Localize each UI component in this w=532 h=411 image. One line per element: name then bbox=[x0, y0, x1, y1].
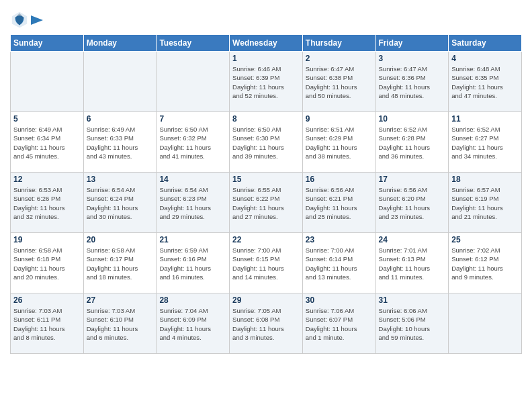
day-number: 24 bbox=[379, 235, 446, 244]
calendar-cell: 29Sunrise: 7:05 AM Sunset: 6:08 PM Dayli… bbox=[230, 293, 303, 354]
day-number: 27 bbox=[87, 295, 154, 305]
weekday-header-tuesday: Tuesday bbox=[157, 35, 230, 52]
day-number: 22 bbox=[232, 235, 300, 244]
day-number: 20 bbox=[87, 235, 154, 244]
day-info: Sunrise: 7:04 AM Sunset: 6:09 PM Dayligh… bbox=[159, 306, 226, 342]
day-info: Sunrise: 7:06 AM Sunset: 6:07 PM Dayligh… bbox=[306, 306, 373, 342]
calendar-cell bbox=[157, 52, 230, 112]
day-info: Sunrise: 6:52 AM Sunset: 6:27 PM Dayligh… bbox=[451, 125, 519, 161]
day-number: 3 bbox=[379, 54, 446, 63]
calendar-cell: 4Sunrise: 6:48 AM Sunset: 6:35 PM Daylig… bbox=[449, 52, 522, 112]
day-number: 18 bbox=[451, 175, 519, 184]
calendar-body: 1Sunrise: 6:46 AM Sunset: 6:39 PM Daylig… bbox=[11, 52, 522, 354]
calendar-cell: 18Sunrise: 6:57 AM Sunset: 6:19 PM Dayli… bbox=[449, 173, 522, 233]
weekday-header-friday: Friday bbox=[375, 35, 449, 52]
day-number: 26 bbox=[13, 295, 81, 305]
calendar-week-2: 5Sunrise: 6:49 AM Sunset: 6:34 PM Daylig… bbox=[11, 112, 522, 173]
calendar-table: SundayMondayTuesdayWednesdayThursdayFrid… bbox=[10, 34, 522, 354]
day-number: 2 bbox=[306, 54, 373, 63]
calendar-cell: 26Sunrise: 7:03 AM Sunset: 6:11 PM Dayli… bbox=[11, 293, 84, 354]
day-number: 4 bbox=[451, 54, 519, 63]
day-info: Sunrise: 6:53 AM Sunset: 6:26 PM Dayligh… bbox=[13, 185, 81, 221]
day-info: Sunrise: 6:57 AM Sunset: 6:19 PM Dayligh… bbox=[451, 185, 519, 221]
day-number: 16 bbox=[306, 175, 373, 184]
day-info: Sunrise: 6:56 AM Sunset: 6:21 PM Dayligh… bbox=[306, 185, 373, 221]
day-info: Sunrise: 6:58 AM Sunset: 6:18 PM Dayligh… bbox=[13, 246, 81, 281]
day-info: Sunrise: 6:47 AM Sunset: 6:38 PM Dayligh… bbox=[306, 64, 373, 100]
day-number: 7 bbox=[159, 114, 226, 124]
calendar-cell: 27Sunrise: 7:03 AM Sunset: 6:10 PM Dayli… bbox=[83, 293, 157, 354]
calendar-cell bbox=[449, 293, 522, 354]
calendar-cell: 25Sunrise: 7:02 AM Sunset: 6:12 PM Dayli… bbox=[449, 233, 522, 293]
calendar-cell: 13Sunrise: 6:54 AM Sunset: 6:24 PM Dayli… bbox=[83, 173, 157, 233]
calendar-cell: 22Sunrise: 7:00 AM Sunset: 6:15 PM Dayli… bbox=[230, 233, 303, 293]
day-info: Sunrise: 7:00 AM Sunset: 6:14 PM Dayligh… bbox=[306, 246, 373, 281]
day-info: Sunrise: 6:50 AM Sunset: 6:30 PM Dayligh… bbox=[232, 125, 300, 161]
calendar-cell: 11Sunrise: 6:52 AM Sunset: 6:27 PM Dayli… bbox=[449, 112, 522, 173]
day-number: 13 bbox=[87, 175, 154, 184]
calendar-cell: 24Sunrise: 7:01 AM Sunset: 6:13 PM Dayli… bbox=[375, 233, 449, 293]
calendar-week-4: 19Sunrise: 6:58 AM Sunset: 6:18 PM Dayli… bbox=[11, 233, 522, 293]
calendar-cell bbox=[11, 52, 84, 112]
logo bbox=[10, 10, 44, 29]
day-number: 14 bbox=[159, 175, 226, 184]
day-info: Sunrise: 6:56 AM Sunset: 6:20 PM Dayligh… bbox=[379, 185, 446, 221]
calendar-cell: 1Sunrise: 6:46 AM Sunset: 6:39 PM Daylig… bbox=[230, 52, 303, 112]
calendar-header: SundayMondayTuesdayWednesdayThursdayFrid… bbox=[11, 35, 522, 52]
calendar-cell: 10Sunrise: 6:52 AM Sunset: 6:28 PM Dayli… bbox=[375, 112, 449, 173]
calendar-week-3: 12Sunrise: 6:53 AM Sunset: 6:26 PM Dayli… bbox=[11, 173, 522, 233]
day-number: 21 bbox=[159, 235, 226, 244]
calendar-cell: 6Sunrise: 6:49 AM Sunset: 6:33 PM Daylig… bbox=[83, 112, 157, 173]
day-number: 17 bbox=[379, 175, 446, 184]
logo-icon bbox=[10, 10, 29, 29]
day-info: Sunrise: 6:54 AM Sunset: 6:24 PM Dayligh… bbox=[87, 185, 154, 221]
calendar-cell: 7Sunrise: 6:50 AM Sunset: 6:32 PM Daylig… bbox=[157, 112, 230, 173]
day-info: Sunrise: 6:48 AM Sunset: 6:35 PM Dayligh… bbox=[451, 64, 519, 100]
day-number: 29 bbox=[232, 295, 300, 305]
calendar-cell: 8Sunrise: 6:50 AM Sunset: 6:30 PM Daylig… bbox=[230, 112, 303, 173]
calendar-cell: 21Sunrise: 6:59 AM Sunset: 6:16 PM Dayli… bbox=[157, 233, 230, 293]
calendar-week-1: 1Sunrise: 6:46 AM Sunset: 6:39 PM Daylig… bbox=[11, 52, 522, 112]
day-info: Sunrise: 6:51 AM Sunset: 6:29 PM Dayligh… bbox=[306, 125, 373, 161]
svg-marker-1 bbox=[31, 15, 43, 25]
day-number: 5 bbox=[13, 114, 81, 124]
weekday-header-monday: Monday bbox=[83, 35, 157, 52]
day-info: Sunrise: 7:05 AM Sunset: 6:08 PM Dayligh… bbox=[232, 306, 300, 342]
day-info: Sunrise: 6:50 AM Sunset: 6:32 PM Dayligh… bbox=[159, 125, 226, 161]
weekday-header-sunday: Sunday bbox=[11, 35, 84, 52]
day-info: Sunrise: 6:54 AM Sunset: 6:23 PM Dayligh… bbox=[159, 185, 226, 221]
day-number: 19 bbox=[13, 235, 81, 244]
day-number: 8 bbox=[232, 114, 300, 124]
day-number: 12 bbox=[13, 175, 81, 184]
day-number: 15 bbox=[232, 175, 300, 184]
day-number: 1 bbox=[232, 54, 300, 63]
day-number: 6 bbox=[87, 114, 154, 124]
day-number: 30 bbox=[306, 295, 373, 305]
day-info: Sunrise: 6:46 AM Sunset: 6:39 PM Dayligh… bbox=[232, 64, 300, 100]
calendar-cell bbox=[83, 52, 157, 112]
day-info: Sunrise: 6:52 AM Sunset: 6:28 PM Dayligh… bbox=[379, 125, 446, 161]
day-info: Sunrise: 6:59 AM Sunset: 6:16 PM Dayligh… bbox=[159, 246, 226, 281]
calendar-cell: 12Sunrise: 6:53 AM Sunset: 6:26 PM Dayli… bbox=[11, 173, 84, 233]
day-info: Sunrise: 7:03 AM Sunset: 6:10 PM Dayligh… bbox=[87, 306, 154, 342]
calendar-cell: 16Sunrise: 6:56 AM Sunset: 6:21 PM Dayli… bbox=[302, 173, 375, 233]
weekday-header-wednesday: Wednesday bbox=[230, 35, 303, 52]
calendar-cell: 31Sunrise: 6:06 AM Sunset: 5:06 PM Dayli… bbox=[375, 293, 449, 354]
calendar-cell: 9Sunrise: 6:51 AM Sunset: 6:29 PM Daylig… bbox=[302, 112, 375, 173]
day-info: Sunrise: 6:06 AM Sunset: 5:06 PM Dayligh… bbox=[379, 306, 446, 342]
day-number: 10 bbox=[379, 114, 446, 124]
day-info: Sunrise: 7:02 AM Sunset: 6:12 PM Dayligh… bbox=[451, 246, 519, 281]
calendar-cell: 28Sunrise: 7:04 AM Sunset: 6:09 PM Dayli… bbox=[157, 293, 230, 354]
calendar-cell: 19Sunrise: 6:58 AM Sunset: 6:18 PM Dayli… bbox=[11, 233, 84, 293]
day-info: Sunrise: 7:03 AM Sunset: 6:11 PM Dayligh… bbox=[13, 306, 81, 342]
calendar-cell: 17Sunrise: 6:56 AM Sunset: 6:20 PM Dayli… bbox=[375, 173, 449, 233]
day-info: Sunrise: 6:55 AM Sunset: 6:22 PM Dayligh… bbox=[232, 185, 300, 221]
day-number: 9 bbox=[306, 114, 373, 124]
calendar-cell: 20Sunrise: 6:58 AM Sunset: 6:17 PM Dayli… bbox=[83, 233, 157, 293]
day-number: 25 bbox=[451, 235, 519, 244]
day-info: Sunrise: 6:49 AM Sunset: 6:34 PM Dayligh… bbox=[13, 125, 81, 161]
weekday-header-saturday: Saturday bbox=[449, 35, 522, 52]
logo-flag-icon bbox=[31, 15, 43, 25]
day-info: Sunrise: 7:01 AM Sunset: 6:13 PM Dayligh… bbox=[379, 246, 446, 281]
calendar-cell: 2Sunrise: 6:47 AM Sunset: 6:38 PM Daylig… bbox=[302, 52, 375, 112]
